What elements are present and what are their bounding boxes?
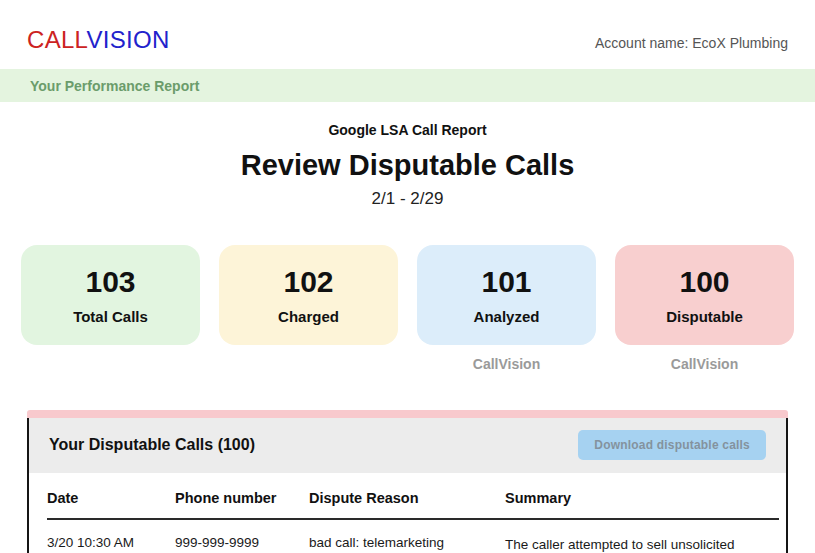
stats-card-row: 103 Total Calls 102 Charged 101 Analyzed… [0, 245, 815, 345]
column-header-date: Date [47, 490, 175, 506]
logo-vision-part: VISION [86, 26, 169, 53]
stat-card-analyzed: 101 Analyzed [417, 245, 596, 345]
cell-phone: 999-999-9999 [175, 535, 309, 553]
stat-value: 102 [283, 265, 333, 299]
callvision-watermark: CallVision [615, 356, 794, 372]
disputable-calls-title: Your Disputable Calls (100) [49, 436, 255, 454]
column-header-summary: Summary [505, 490, 779, 506]
logo-call-part: CALL [27, 26, 86, 53]
panel-header: Your Disputable Calls (100) Download dis… [29, 418, 786, 473]
stat-value: 101 [481, 265, 531, 299]
page-header: CALLVISION Account name: EcoX Plumbing [0, 0, 815, 69]
download-disputable-calls-button[interactable]: Download disputable calls [578, 430, 766, 460]
stat-label: Disputable [666, 308, 743, 325]
disputable-calls-table: Date Phone number Dispute Reason Summary… [29, 473, 786, 553]
cell-reason: bad call: telemarketing [309, 535, 505, 553]
panel-accent-bar [27, 410, 788, 418]
stat-label: Total Calls [73, 308, 148, 325]
callvision-watermark: CallVision [417, 356, 596, 372]
watermark-spacer [21, 356, 200, 372]
account-name-label: Account name: EcoX Plumbing [595, 35, 788, 54]
page-title: Review Disputable Calls [0, 149, 815, 182]
column-header-reason: Dispute Reason [309, 490, 505, 506]
banner-title: Your Performance Report [30, 78, 199, 94]
callvision-logo: CALLVISION [27, 26, 170, 54]
watermark-spacer [219, 356, 398, 372]
stat-label: Charged [278, 308, 339, 325]
stat-value: 100 [679, 265, 729, 299]
report-date-range: 2/1 - 2/29 [0, 189, 815, 209]
disputable-calls-panel: Your Disputable Calls (100) Download dis… [27, 410, 788, 553]
stat-card-charged: 102 Charged [219, 245, 398, 345]
stat-card-disputable: 100 Disputable [615, 245, 794, 345]
table-header-row: Date Phone number Dispute Reason Summary [47, 473, 779, 520]
stat-label: Analyzed [474, 308, 540, 325]
stat-card-total-calls: 103 Total Calls [21, 245, 200, 345]
cell-date: 3/20 10:30 AM [47, 535, 175, 553]
cell-summary: The caller attempted to sell unsolicited… [505, 535, 779, 553]
stat-value: 103 [85, 265, 135, 299]
column-header-phone: Phone number [175, 490, 309, 506]
report-subtitle: Google LSA Call Report [0, 122, 815, 138]
watermark-row: CallVision CallVision [0, 356, 815, 372]
performance-report-banner: Your Performance Report [0, 69, 815, 102]
table-row: 3/20 10:30 AM 999-999-9999 bad call: tel… [47, 520, 779, 553]
